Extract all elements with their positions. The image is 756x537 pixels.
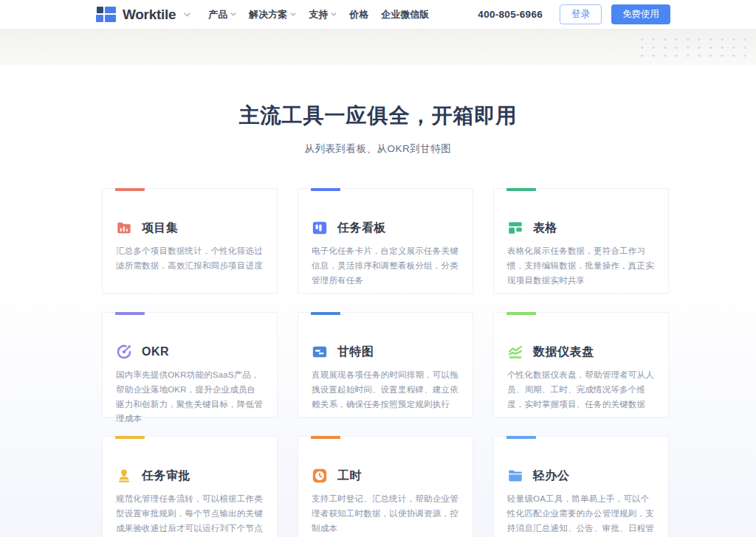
worktile-logo[interactable]: Worktile [96,7,190,23]
card-description: 支持工时登记、汇总统计，帮助企业管理者获知工时数据，以便协调资源，控制成本 [312,492,459,536]
card-accent-bar [506,436,536,439]
phone-number: 400-805-6966 [478,9,543,20]
feature-card-light-office[interactable]: 轻办公 轻量级OA工具，简单易上手，可以个性化匹配企业需要的办公管理规则，支持消… [493,436,669,537]
card-description: 国内率先提供OKR功能的SaaS产品，帮助企业落地OKR，提升企业成员自驱力和创… [116,368,264,426]
kanban-icon [312,220,328,236]
table-icon [507,220,523,236]
project-portfolio-icon [116,220,132,236]
feature-card-kanban[interactable]: 任务看板 电子化任务卡片，自定义展示任务关键信息，灵活排序和调整看板分组，分类管… [298,188,473,294]
features-section: 主流工具一应俱全，开箱即用 从列表到看板、从OKR到甘特图 项目集 汇总多个项目… [0,65,756,537]
card-description: 表格化展示任务数据，更符合工作习惯，支持编辑数据，批量操作，真正实现项目数据实时… [507,244,655,288]
section-title: 主流工具一应俱全，开箱即用 [0,102,756,130]
card-accent-bar [311,188,340,191]
nav-label: 价格 [349,8,368,21]
card-title: 轻办公 [533,468,570,484]
card-description: 电子化任务卡片，自定义展示任务关键信息，灵活排序和调整看板分组，分类管理所有任务 [312,244,459,288]
feature-card-table[interactable]: 表格 表格化展示任务数据，更符合工作习惯，支持编辑数据，批量操作，真正实现项目数… [493,188,669,294]
card-accent-bar [311,312,340,315]
card-accent-bar [506,312,536,315]
card-description: 轻量级OA工具，简单易上手，可以个性化匹配企业需要的办公管理规则，支持消息汇总通… [507,492,655,537]
card-title: OKR [142,345,169,358]
nav-label: 产品 [208,8,227,21]
card-title: 表格 [533,221,557,236]
free-trial-button[interactable]: 免费使用 [611,4,670,24]
header-actions: 400-805-6966 登录 免费使用 [478,4,670,24]
card-description: 直观展现各项任务的时间排期，可以拖拽设置起始时间、设置里程碑、建立依赖关系，确保… [312,368,459,412]
nav-item-products[interactable]: 产品 [208,8,236,21]
header-sub-band [0,30,756,65]
nav-label: 支持 [309,8,328,21]
nav-item-pricing[interactable]: 价格 [349,8,368,21]
brand-name: Worktile [123,7,176,23]
nav-item-solutions[interactable]: 解决方案 [249,8,296,21]
card-title: 甘特图 [337,344,374,360]
nav-item-wechat-enterprise[interactable]: 企业微信版 [381,8,429,21]
chevron-down-icon [184,13,190,17]
main-nav: 产品 解决方案 支持 价格 企业微信版 [208,8,429,21]
feature-card-gantt[interactable]: 甘特图 直观展现各项任务的时间排期，可以拖拽设置起始时间、设置里程碑、建立依赖关… [298,312,473,418]
gantt-icon [312,344,328,360]
card-description: 个性化数据仪表盘，帮助管理者可从人员、周期、工时、完成情况等多个维度，实时掌握项… [507,368,655,412]
card-title: 工时 [337,468,362,484]
chevron-down-icon [230,13,236,16]
nav-item-support[interactable]: 支持 [309,8,337,21]
feature-card-timesheet[interactable]: 工时 支持工时登记、汇总统计，帮助企业管理者获知工时数据，以便协调资源，控制成本 [298,436,473,537]
card-accent-bar [115,188,145,191]
okr-target-icon [116,344,132,360]
nav-label: 解决方案 [249,8,287,21]
dashboard-chart-icon [507,344,523,360]
card-title: 任务看板 [337,221,386,236]
card-accent-bar [115,436,145,439]
card-description: 汇总多个项目数据统计，个性化筛选过滤所需数据，高效汇报和同步项目进度 [116,244,264,274]
worktile-logo-icon [96,7,116,22]
card-title: 项目集 [142,221,179,236]
clock-icon [312,468,328,484]
folder-icon [507,468,523,484]
decorative-dots-pattern [635,34,746,62]
feature-card-dashboard[interactable]: 数据仪表盘 个性化数据仪表盘，帮助管理者可从人员、周期、工时、完成情况等多个维度… [493,312,669,418]
chevron-down-icon [331,13,337,16]
card-description: 规范化管理任务流转，可以根据工作类型设置审批规则，每个节点输出的关键成果验收通过… [116,492,264,536]
card-accent-bar [506,188,536,191]
feature-cards-grid: 项目集 汇总多个项目数据统计，个性化筛选过滤所需数据，高效汇报和同步项目进度 任… [102,188,669,537]
approval-stamp-icon [116,468,132,484]
card-title: 任务审批 [142,468,190,484]
feature-card-project-portfolio[interactable]: 项目集 汇总多个项目数据统计，个性化筛选过滤所需数据，高效汇报和同步项目进度 [102,188,278,294]
feature-card-okr[interactable]: OKR 国内率先提供OKR功能的SaaS产品，帮助企业落地OKR，提升企业成员自… [102,312,278,418]
card-accent-bar [311,436,340,439]
card-title: 数据仪表盘 [533,344,594,360]
nav-label: 企业微信版 [381,8,429,21]
top-navbar: Worktile 产品 解决方案 支持 价格 企业微信版 400-805-696… [0,0,756,30]
chevron-down-icon [290,13,296,16]
card-accent-bar [115,312,145,315]
login-button[interactable]: 登录 [560,4,602,24]
feature-card-approval[interactable]: 任务审批 规范化管理任务流转，可以根据工作类型设置审批规则，每个节点输出的关键成… [102,436,278,537]
section-subtitle: 从列表到看板、从OKR到甘特图 [0,142,756,156]
